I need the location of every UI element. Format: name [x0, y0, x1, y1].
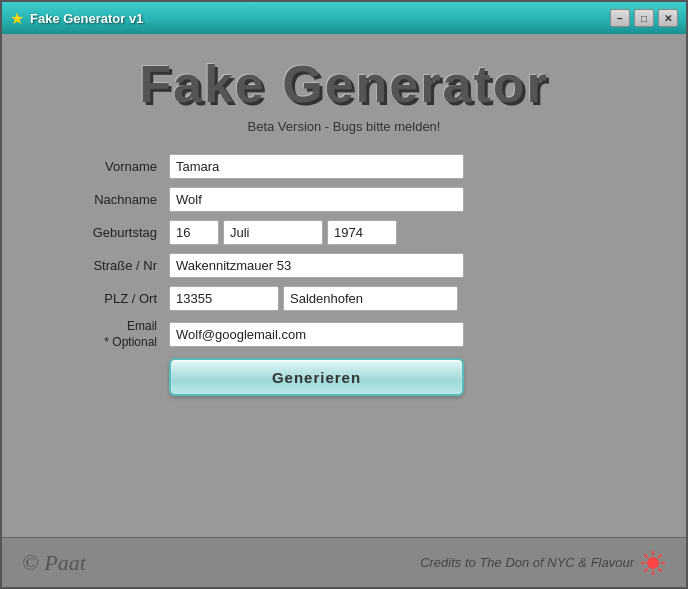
svg-line-8	[645, 568, 648, 571]
footer-logo: © Paat	[22, 550, 86, 576]
footer-credits-container: Credits to The Don of NYC & Flavour	[420, 550, 666, 576]
email-row: Email * Optional	[69, 319, 619, 350]
svg-line-6	[659, 568, 662, 571]
plz-row: PLZ / Ort	[69, 286, 619, 311]
nachname-row: Nachname	[69, 187, 619, 212]
ort-input[interactable]	[283, 286, 458, 311]
close-button[interactable]: ✕	[658, 9, 678, 27]
minimize-button[interactable]: −	[610, 9, 630, 27]
app-subtitle: Beta Version - Bugs bitte melden!	[248, 119, 441, 134]
geburtstag-row: Geburtstag	[69, 220, 619, 245]
email-label: Email * Optional	[69, 319, 169, 350]
generate-button[interactable]: Generieren	[169, 358, 464, 396]
email-input[interactable]	[169, 322, 464, 347]
vorname-input[interactable]	[169, 154, 464, 179]
footer: © Paat Credits to The Don of NYC & Flavo…	[2, 537, 686, 587]
birthday-year-input[interactable]	[327, 220, 397, 245]
birthday-day-input[interactable]	[169, 220, 219, 245]
titlebar: ★ Fake Generator v1 − □ ✕	[2, 2, 686, 34]
svg-line-7	[659, 554, 662, 557]
main-content: Fake Generator Beta Version - Bugs bitte…	[2, 34, 686, 537]
strasse-input[interactable]	[169, 253, 464, 278]
nachname-label: Nachname	[69, 192, 169, 207]
app-title: Fake Generator	[139, 54, 549, 114]
generate-row: Generieren	[69, 358, 619, 396]
plz-label: PLZ / Ort	[69, 291, 169, 306]
nachname-input[interactable]	[169, 187, 464, 212]
form-container: Vorname Nachname Geburtstag Straße / Nr	[69, 154, 619, 404]
main-window: ★ Fake Generator v1 − □ ✕ Fake Generator…	[0, 0, 688, 589]
vorname-label: Vorname	[69, 159, 169, 174]
maximize-button[interactable]: □	[634, 9, 654, 27]
svg-line-5	[645, 554, 648, 557]
birthday-month-input[interactable]	[223, 220, 323, 245]
svg-point-0	[647, 557, 659, 569]
vorname-row: Vorname	[69, 154, 619, 179]
sun-icon	[640, 550, 666, 576]
window-controls: − □ ✕	[610, 9, 678, 27]
plz-input[interactable]	[169, 286, 279, 311]
titlebar-left: ★ Fake Generator v1	[10, 9, 143, 28]
strasse-row: Straße / Nr	[69, 253, 619, 278]
geburtstag-label: Geburtstag	[69, 225, 169, 240]
app-icon: ★	[10, 9, 24, 28]
footer-credits: Credits to The Don of NYC & Flavour	[420, 555, 634, 570]
strasse-label: Straße / Nr	[69, 258, 169, 273]
window-title: Fake Generator v1	[30, 11, 143, 26]
